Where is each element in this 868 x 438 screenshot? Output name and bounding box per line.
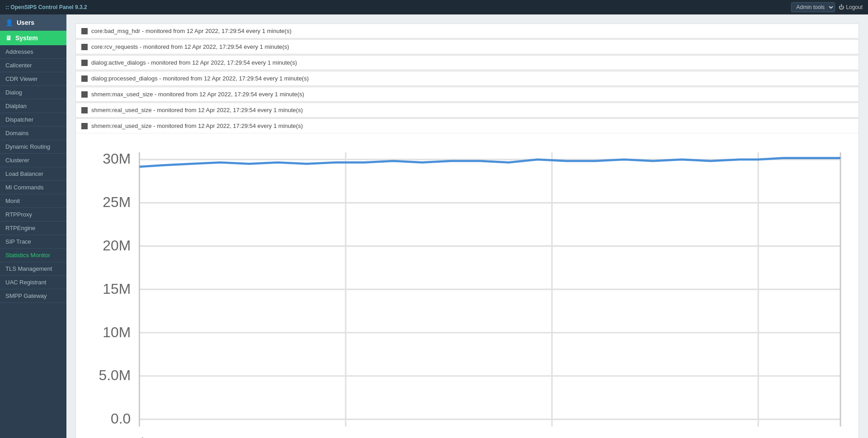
topbar: :: OpenSIPS Control Panel 9.3.2 Admin to… — [0, 0, 868, 14]
sidebar-item-load-balancer[interactable]: Load Balancer — [0, 167, 66, 181]
stat-label-3: dialog:processed_dialogs - monitored fro… — [91, 75, 309, 82]
chart-icon-1 — [81, 123, 88, 129]
sidebar-item-smpp-gateway[interactable]: SMPP Gateway — [0, 289, 66, 303]
stat-header-1[interactable]: core:rcv_requests - monitored from 12 Ap… — [76, 40, 859, 54]
sidebar-item-system[interactable]: 🖥 System — [0, 31, 66, 45]
stat-list: core:bad_msg_hdr - monitored from 12 Apr… — [75, 24, 859, 118]
stat-card-0: core:bad_msg_hdr - monitored from 12 Apr… — [75, 24, 859, 38]
stat-icon-1 — [81, 44, 88, 50]
chart-header-1: shmem:real_used_size - monitored from 12… — [76, 119, 859, 133]
svg-text:10M: 10M — [103, 324, 131, 340]
sidebar-item-dialog[interactable]: Dialog — [0, 86, 66, 99]
stat-header-3[interactable]: dialog:processed_dialogs - monitored fro… — [76, 71, 859, 85]
logout-button[interactable]: ⏻ Logout — [839, 4, 863, 10]
stat-card-2: dialog:active_dialogs - monitored from 1… — [75, 55, 859, 70]
svg-text:25M: 25M — [103, 194, 131, 210]
stat-icon-3 — [81, 75, 88, 82]
sidebar: 👤 Users 🖥 System AddressesCallcenterCDR … — [0, 14, 66, 438]
stat-label-1: core:rcv_requests - monitored from 12 Ap… — [91, 43, 289, 50]
users-icon: 👤 — [5, 19, 13, 26]
sidebar-item-sip-trace[interactable]: SIP Trace — [0, 235, 66, 249]
svg-text:30M: 30M — [103, 151, 131, 167]
sidebar-item-domains[interactable]: Domains — [0, 127, 66, 140]
svg-text:0.0: 0.0 — [111, 410, 131, 427]
sidebar-item-tls-management[interactable]: TLS Management — [0, 262, 66, 276]
sidebar-item-statistics-monitor[interactable]: Statistics Monitor — [0, 249, 66, 262]
svg-text:09 AM: 09 AM — [738, 435, 779, 438]
sidebar-item-uac-registrant[interactable]: UAC Registrant — [0, 276, 66, 289]
stat-header-5[interactable]: shmem:real_used_size - monitored from 12… — [76, 103, 859, 117]
sidebar-item-clusterer[interactable]: Clusterer — [0, 154, 66, 167]
sidebar-item-mi-commands[interactable]: MI Commands — [0, 181, 66, 194]
stat-header-4[interactable]: shmem:max_used_size - monitored from 12 … — [76, 87, 859, 101]
stat-card-1: core:rcv_requests - monitored from 12 Ap… — [75, 39, 859, 54]
sidebar-item-dialplan[interactable]: Dialplan — [0, 99, 66, 113]
main-content: core:bad_msg_hdr - monitored from 12 Apr… — [66, 14, 868, 438]
stat-icon-4 — [81, 91, 88, 98]
stat-label-5: shmem:real_used_size - monitored from 12… — [91, 107, 303, 113]
sidebar-nav: AddressesCallcenterCDR ViewerDialogDialp… — [0, 45, 66, 438]
sidebar-item-dispatcher[interactable]: Dispatcher — [0, 113, 66, 127]
power-icon: ⏻ — [839, 4, 844, 10]
stat-label-0: core:bad_msg_hdr - monitored from 12 Apr… — [91, 28, 291, 34]
stat-icon-0 — [81, 28, 88, 34]
chart-svg-1: 30M 25M 20M 15M 10M 5.0M 0.0 — [76, 138, 855, 438]
sidebar-item-rtpengine[interactable]: RTPEngine — [0, 221, 66, 235]
chart-body-1: 30M 25M 20M 15M 10M 5.0M 0.0 — [76, 133, 859, 438]
svg-text:15M: 15M — [103, 281, 131, 297]
stat-header-2[interactable]: dialog:active_dialogs - monitored from 1… — [76, 56, 859, 70]
svg-text:5.0M: 5.0M — [99, 367, 131, 383]
chart-card-1: shmem:real_used_size - monitored from 12… — [75, 118, 859, 438]
stat-card-4: shmem:max_used_size - monitored from 12 … — [75, 87, 859, 102]
svg-text:06 AM: 06 AM — [531, 435, 572, 438]
system-icon: 🖥 — [5, 34, 12, 42]
stat-header-0[interactable]: core:bad_msg_hdr - monitored from 12 Apr… — [76, 24, 859, 38]
svg-text:03 AM: 03 AM — [325, 435, 366, 438]
stat-label-4: shmem:max_used_size - monitored from 12 … — [91, 91, 304, 98]
stat-label-2: dialog:active_dialogs - monitored from 1… — [91, 59, 297, 66]
svg-text:Wed 13: Wed 13 — [115, 435, 164, 438]
layout: 👤 Users 🖥 System AddressesCallcenterCDR … — [0, 14, 868, 438]
sidebar-item-monit[interactable]: Monit — [0, 194, 66, 208]
app-title: :: OpenSIPS Control Panel 9.3.2 — [5, 4, 87, 10]
sidebar-item-cdr-viewer[interactable]: CDR Viewer — [0, 72, 66, 86]
stat-card-3: dialog:processed_dialogs - monitored fro… — [75, 71, 859, 86]
sidebar-item-rtpproxy[interactable]: RTPProxy — [0, 208, 66, 221]
chart-label-1: shmem:real_used_size - monitored from 12… — [91, 122, 303, 129]
sidebar-item-addresses[interactable]: Addresses — [0, 45, 66, 59]
stat-card-5: shmem:real_used_size - monitored from 12… — [75, 103, 859, 118]
stat-icon-2 — [81, 60, 88, 66]
sidebar-item-dynamic-routing[interactable]: Dynamic Routing — [0, 140, 66, 154]
sidebar-item-callcenter[interactable]: Callcenter — [0, 59, 66, 72]
topbar-right: Admin tools ⏻ Logout — [791, 2, 863, 12]
sidebar-item-users[interactable]: 👤 Users — [0, 14, 66, 31]
stat-icon-5 — [81, 107, 88, 113]
admin-tools-select[interactable]: Admin tools — [791, 2, 835, 12]
svg-text:20M: 20M — [103, 237, 131, 254]
